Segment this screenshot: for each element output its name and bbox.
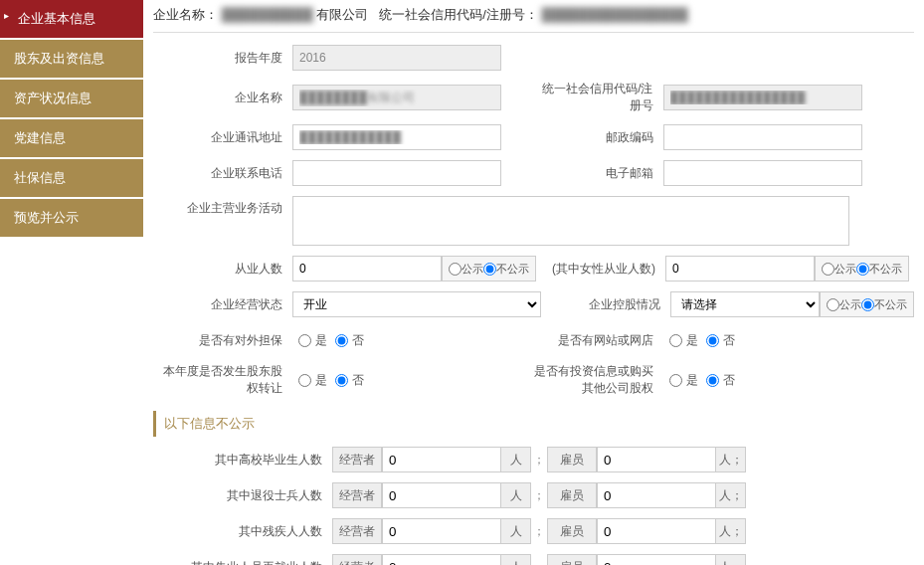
sub-label: 其中高校毕业生人数 xyxy=(153,452,332,469)
radio-website: 是 否 xyxy=(663,332,735,349)
nav-shareholder[interactable]: 股东及出资信息 xyxy=(0,40,143,78)
label-uscc: 统一社会信用代码/注册号 xyxy=(534,81,663,114)
radio-transfer: 是 否 xyxy=(292,372,364,389)
select-status[interactable]: 开业 xyxy=(292,291,541,317)
radio-emp-pub[interactable] xyxy=(449,263,462,276)
radio-transfer-yes[interactable] xyxy=(298,374,311,387)
label-status: 企业经营状态 xyxy=(153,296,292,313)
radio-website-yes[interactable] xyxy=(669,334,682,347)
label-biz: 企业主营业务活动 xyxy=(153,196,292,217)
sub-employee-input[interactable] xyxy=(597,482,716,508)
sub-label: 其中退役士兵人数 xyxy=(153,487,332,504)
nav-basic-info[interactable]: 企业基本信息 xyxy=(0,0,143,38)
radio-transfer-no[interactable] xyxy=(335,374,348,387)
label-postcode: 邮政编码 xyxy=(534,129,663,146)
sub-employee-input[interactable] xyxy=(597,447,716,472)
input-biz[interactable] xyxy=(292,196,849,246)
label-email: 电子邮箱 xyxy=(534,165,663,182)
input-emp[interactable] xyxy=(292,256,442,282)
sub-row-0: 其中高校毕业生人数经营者人；雇员人； xyxy=(153,447,914,472)
radio-invest: 是 否 xyxy=(663,372,735,389)
radio-website-no[interactable] xyxy=(706,334,719,347)
header-name-label: 企业名称： xyxy=(153,7,218,22)
label-invest: 是否有投资信息或购买其他公司股权 xyxy=(534,363,663,397)
header-code-label: 统一社会信用代码/注册号： xyxy=(379,7,538,22)
sidebar: 企业基本信息 股东及出资信息 资产状况信息 党建信息 社保信息 预览并公示 xyxy=(0,0,143,565)
sub-employee-input[interactable] xyxy=(597,554,716,565)
input-year xyxy=(292,45,501,71)
sub-employee-tag: 雇员 xyxy=(547,482,597,508)
label-year: 报告年度 xyxy=(153,50,292,67)
label-holding: 企业控股情况 xyxy=(541,296,670,313)
section-private-header: 以下信息不公示 xyxy=(153,411,914,437)
sub-sep: ； xyxy=(531,487,547,504)
sub-employee-tag: 雇员 xyxy=(547,554,597,565)
input-postcode[interactable] xyxy=(663,124,862,150)
radio-guarantee: 是 否 xyxy=(292,332,364,349)
sub-label: 其中残疾人人数 xyxy=(153,523,332,540)
sub-operator-tag: 经营者 xyxy=(332,518,382,544)
radio-holding-nonpub[interactable] xyxy=(861,298,874,311)
label-transfer: 本年度是否发生股东股权转让 xyxy=(153,363,292,397)
nav-assets[interactable]: 资产状况信息 xyxy=(0,80,143,117)
input-female[interactable] xyxy=(665,256,815,282)
label-female: (其中女性从业人数) xyxy=(536,261,665,278)
sub-row-1: 其中退役士兵人数经营者人；雇员人； xyxy=(153,482,914,508)
nav-preview[interactable]: 预览并公示 xyxy=(0,199,143,237)
header-name-blur: ██████████ xyxy=(222,7,313,22)
pub-holding[interactable]: 公示 不公示 xyxy=(820,291,914,317)
pub-emp[interactable]: 公示 不公示 xyxy=(442,256,536,282)
sub-label: 其中失业人员再就业人数 xyxy=(153,559,332,566)
radio-guarantee-yes[interactable] xyxy=(298,334,311,347)
label-addr: 企业通讯地址 xyxy=(153,129,292,146)
header-line: 企业名称： ██████████ 有限公司 统一社会信用代码/注册号： ████… xyxy=(153,0,914,33)
sub-operator-input[interactable] xyxy=(382,447,501,472)
label-guarantee: 是否有对外担保 xyxy=(153,332,292,349)
header-code-blur: ████████████████ xyxy=(541,7,687,22)
sub-sep: ； xyxy=(531,523,547,540)
label-emp: 从业人数 xyxy=(153,261,292,278)
radio-female-pub[interactable] xyxy=(822,263,834,276)
sub-row-3: 其中失业人员再就业人数经营者人；雇员人； xyxy=(153,554,914,565)
radio-holding-pub[interactable] xyxy=(827,298,839,311)
select-holding[interactable]: 请选择 xyxy=(670,291,820,317)
sub-row-2: 其中残疾人人数经营者人；雇员人； xyxy=(153,518,914,544)
nav-social[interactable]: 社保信息 xyxy=(0,159,143,197)
radio-guarantee-no[interactable] xyxy=(335,334,348,347)
input-email[interactable] xyxy=(663,160,862,186)
sub-unit: 人 xyxy=(501,482,531,508)
sub-sep: ； xyxy=(531,452,547,469)
sub-employee-tag: 雇员 xyxy=(547,447,597,472)
main-content: 企业名称： ██████████ 有限公司 统一社会信用代码/注册号： ████… xyxy=(143,0,924,565)
input-uscc xyxy=(663,85,862,110)
sub-unit: 人； xyxy=(716,518,746,544)
sub-sep: ； xyxy=(531,559,547,566)
label-phone: 企业联系电话 xyxy=(153,165,292,182)
radio-invest-yes[interactable] xyxy=(669,374,682,387)
radio-emp-nonpub[interactable] xyxy=(483,263,496,276)
sub-employee-input[interactable] xyxy=(597,518,716,544)
sub-operator-tag: 经营者 xyxy=(332,482,382,508)
sub-unit: 人 xyxy=(501,447,531,472)
sub-operator-input[interactable] xyxy=(382,518,501,544)
sub-unit: 人 xyxy=(501,518,531,544)
sub-operator-tag: 经营者 xyxy=(332,554,382,565)
sub-operator-input[interactable] xyxy=(382,482,501,508)
nav-party[interactable]: 党建信息 xyxy=(0,119,143,157)
pub-female[interactable]: 公示 不公示 xyxy=(815,256,909,282)
sub-employee-tag: 雇员 xyxy=(547,518,597,544)
label-ent-name: 企业名称 xyxy=(153,90,292,106)
label-website: 是否有网站或网店 xyxy=(534,332,663,349)
sub-operator-input[interactable] xyxy=(382,554,501,565)
sub-unit: 人； xyxy=(716,482,746,508)
sub-operator-tag: 经营者 xyxy=(332,447,382,472)
sub-unit: 人； xyxy=(716,554,746,565)
input-ent-name xyxy=(292,85,501,110)
radio-invest-no[interactable] xyxy=(706,374,719,387)
header-name-suffix: 有限公司 xyxy=(316,7,368,22)
input-addr[interactable] xyxy=(292,124,501,150)
radio-female-nonpub[interactable] xyxy=(856,263,869,276)
input-phone[interactable] xyxy=(292,160,501,186)
sub-unit: 人； xyxy=(716,447,746,472)
sub-unit: 人 xyxy=(501,554,531,565)
